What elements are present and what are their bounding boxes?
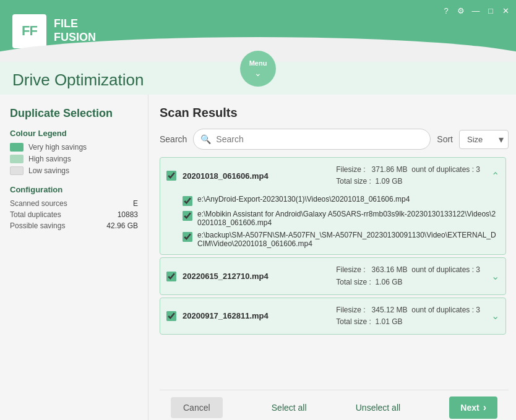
app-name: FILEFUSION [54, 17, 96, 44]
path-row-1-2: e:\Mobikin Assistant for Android\Galaxy … [183, 210, 499, 227]
header-icons: ? ⚙ — □ ✕ [441, 5, 511, 16]
menu-chevron-icon: ⌄ [254, 68, 262, 78]
path-text-1-3: e:\backup\SM-A507FN\SM-A507FN_\SM-A507FN… [197, 231, 499, 248]
app-logo: FF [12, 14, 46, 48]
main-content: Duplicate Selection Colour Legend Very h… [0, 95, 516, 420]
legend-swatch-very-high [10, 143, 24, 152]
result-meta-2: Filesize : 363.16 MB ount of duplicates … [336, 264, 480, 288]
config-title: Configuration [10, 185, 138, 194]
minimize-icon[interactable]: — [470, 5, 481, 16]
result-filesize-2: Filesize : 363.16 MB ount of duplicates … [336, 264, 480, 276]
search-sort-row: Search 🔍 Sort Size Name Date [160, 129, 509, 150]
legend-swatch-low [10, 166, 24, 175]
cancel-button[interactable]: Cancel [171, 397, 223, 418]
maximize-icon[interactable]: □ [485, 5, 496, 16]
result-meta-3: Filesize : 345.12 MB ount of duplicates … [336, 304, 480, 328]
path-checkbox-1-1[interactable] [183, 196, 192, 206]
config-value-sources: E [133, 199, 138, 208]
config-label-sources: Scanned sources [10, 199, 67, 208]
config-label-savings: Possible savings [10, 221, 65, 230]
expand-icon-2[interactable]: ⌄ [491, 270, 499, 282]
config-value-savings: 42.96 GB [106, 221, 138, 230]
help-icon[interactable]: ? [441, 5, 452, 16]
result-filename-1: 20201018_061606.mp4 [183, 171, 330, 181]
result-totalsize-3: Total size : 1.01 GB [336, 316, 480, 328]
next-arrow-icon: › [483, 402, 486, 413]
sort-wrap: Size Name Date [459, 130, 509, 149]
collapse-icon-1[interactable]: ⌃ [491, 170, 499, 182]
sort-label: Sort [437, 134, 453, 144]
search-input-wrap: 🔍 [193, 129, 431, 150]
result-checkbox-2[interactable] [166, 272, 176, 281]
menu-button[interactable]: Menu ⌄ [240, 51, 276, 87]
search-input[interactable] [193, 129, 431, 150]
config-possible-savings: Possible savings 42.96 GB [10, 221, 138, 230]
legend-swatch-high [10, 155, 24, 163]
result-filename-3: 20200917_162811.mp4 [183, 311, 330, 320]
next-button[interactable]: Next › [449, 396, 497, 419]
result-item-1: 20201018_061606.mp4 Filesize : 371.86 MB… [160, 157, 506, 255]
result-checkbox-1[interactable] [166, 171, 176, 181]
result-item-3: 20200917_162811.mp4 Filesize : 345.12 MB… [160, 298, 506, 335]
menu-label: Menu [249, 59, 267, 67]
select-all-button[interactable]: Select all [272, 403, 307, 413]
page-title-section: Drive Optimization Menu ⌄ [0, 62, 516, 95]
legend-low: Low savings [10, 166, 138, 175]
bottom-toolbar: Cancel Select all Unselect all Next › [160, 390, 509, 420]
unselect-all-button[interactable]: Unselect all [356, 403, 400, 413]
config-total-duplicates: Total duplicates 10883 [10, 210, 138, 219]
legend-high: High savings [10, 155, 138, 163]
result-filesize-3: Filesize : 345.12 MB ount of duplicates … [336, 304, 480, 316]
result-item-2: 20220615_212710.mp4 Filesize : 363.16 MB… [160, 257, 506, 294]
config-scanned-sources: Scanned sources E [10, 199, 138, 208]
path-text-1-1: e:\AnyDroid-Export-20230130(1)\Videos\20… [197, 195, 410, 204]
result-filesize-1: Filesize : 371.86 MB ount of duplicates … [336, 164, 480, 176]
legend-label-very-high: Very high savings [28, 143, 87, 152]
result-paths-1: e:\AnyDroid-Export-20230130(1)\Videos\20… [160, 194, 505, 254]
result-header-2[interactable]: 20220615_212710.mp4 Filesize : 363.16 MB… [160, 258, 505, 294]
path-row-1-3: e:\backup\SM-A507FN\SM-A507FN_\SM-A507FN… [183, 231, 499, 248]
path-checkbox-1-3[interactable] [183, 232, 192, 242]
legend-very-high: Very high savings [10, 143, 138, 152]
sidebar-title: Duplicate Selection [10, 107, 138, 120]
path-checkbox-1-2[interactable] [183, 211, 192, 221]
path-row-1-1: e:\AnyDroid-Export-20230130(1)\Videos\20… [183, 195, 499, 206]
settings-icon[interactable]: ⚙ [455, 5, 467, 16]
legend-label-low: Low savings [28, 166, 69, 175]
config-value-duplicates: 10883 [118, 210, 138, 219]
result-checkbox-3[interactable] [166, 311, 176, 321]
results-list: 20201018_061606.mp4 Filesize : 371.86 MB… [160, 157, 509, 390]
scan-results-title: Scan Results [160, 106, 509, 120]
next-label: Next [460, 403, 479, 413]
sort-select[interactable]: Size Name Date [459, 130, 509, 149]
legend-label-high: High savings [28, 155, 71, 163]
result-filename-2: 20220615_212710.mp4 [183, 272, 330, 281]
result-header-1[interactable]: 20201018_061606.mp4 Filesize : 371.86 MB… [160, 158, 505, 194]
search-icon: 🔍 [200, 134, 211, 144]
result-header-3[interactable]: 20200917_162811.mp4 Filesize : 345.12 MB… [160, 298, 505, 334]
expand-icon-3[interactable]: ⌄ [491, 310, 499, 322]
search-label: Search [160, 134, 187, 144]
close-icon[interactable]: ✕ [500, 5, 511, 16]
result-totalsize-1: Total size : 1.09 GB [336, 176, 480, 187]
config-label-duplicates: Total duplicates [10, 210, 61, 219]
result-totalsize-2: Total size : 1.06 GB [336, 276, 480, 288]
right-panel: Scan Results Search 🔍 Sort Size Name Dat… [148, 95, 516, 420]
result-meta-1: Filesize : 371.86 MB ount of duplicates … [336, 164, 480, 187]
path-text-1-2: e:\Mobikin Assistant for Android\Galaxy … [197, 210, 499, 227]
legend-title: Colour Legend [10, 129, 138, 138]
sidebar: Duplicate Selection Colour Legend Very h… [0, 95, 148, 420]
